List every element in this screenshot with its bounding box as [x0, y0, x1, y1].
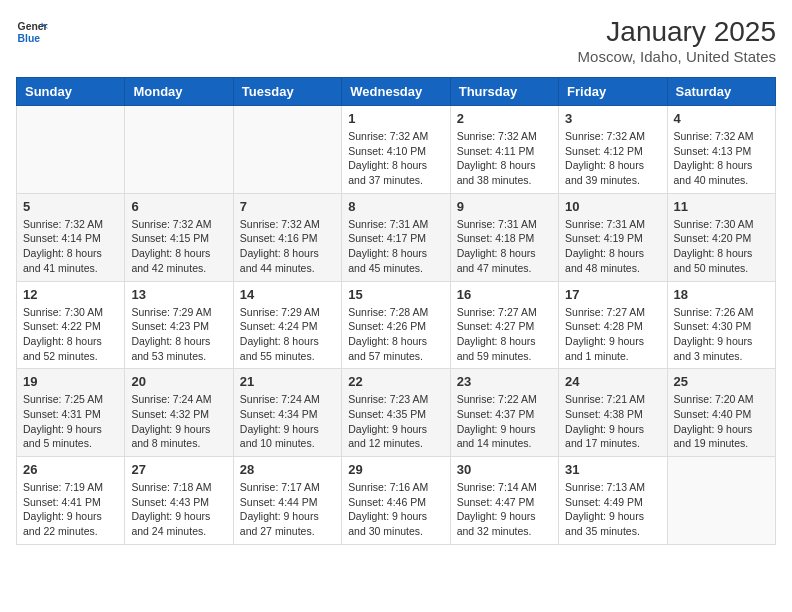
day-info: Sunrise: 7:32 AM Sunset: 4:12 PM Dayligh…: [565, 129, 660, 188]
day-info: Sunrise: 7:29 AM Sunset: 4:24 PM Dayligh…: [240, 305, 335, 364]
calendar-cell: [233, 106, 341, 194]
day-of-week-header: Wednesday: [342, 78, 450, 106]
day-info: Sunrise: 7:30 AM Sunset: 4:20 PM Dayligh…: [674, 217, 769, 276]
day-info: Sunrise: 7:28 AM Sunset: 4:26 PM Dayligh…: [348, 305, 443, 364]
day-number: 3: [565, 111, 660, 126]
day-info: Sunrise: 7:32 AM Sunset: 4:10 PM Dayligh…: [348, 129, 443, 188]
calendar-cell: 24Sunrise: 7:21 AM Sunset: 4:38 PM Dayli…: [559, 369, 667, 457]
day-number: 28: [240, 462, 335, 477]
calendar-cell: 4Sunrise: 7:32 AM Sunset: 4:13 PM Daylig…: [667, 106, 775, 194]
day-number: 20: [131, 374, 226, 389]
title-block: January 2025 Moscow, Idaho, United State…: [578, 16, 776, 65]
calendar-cell: 1Sunrise: 7:32 AM Sunset: 4:10 PM Daylig…: [342, 106, 450, 194]
day-number: 2: [457, 111, 552, 126]
calendar-cell: 23Sunrise: 7:22 AM Sunset: 4:37 PM Dayli…: [450, 369, 558, 457]
day-info: Sunrise: 7:30 AM Sunset: 4:22 PM Dayligh…: [23, 305, 118, 364]
day-of-week-header: Thursday: [450, 78, 558, 106]
day-number: 17: [565, 287, 660, 302]
day-number: 11: [674, 199, 769, 214]
calendar-cell: [17, 106, 125, 194]
day-info: Sunrise: 7:19 AM Sunset: 4:41 PM Dayligh…: [23, 480, 118, 539]
svg-text:Blue: Blue: [18, 33, 41, 44]
calendar-cell: 19Sunrise: 7:25 AM Sunset: 4:31 PM Dayli…: [17, 369, 125, 457]
calendar-cell: 2Sunrise: 7:32 AM Sunset: 4:11 PM Daylig…: [450, 106, 558, 194]
calendar-cell: [667, 457, 775, 545]
day-of-week-header: Friday: [559, 78, 667, 106]
calendar-cell: 6Sunrise: 7:32 AM Sunset: 4:15 PM Daylig…: [125, 193, 233, 281]
calendar-cell: 21Sunrise: 7:24 AM Sunset: 4:34 PM Dayli…: [233, 369, 341, 457]
day-info: Sunrise: 7:21 AM Sunset: 4:38 PM Dayligh…: [565, 392, 660, 451]
calendar-cell: 20Sunrise: 7:24 AM Sunset: 4:32 PM Dayli…: [125, 369, 233, 457]
calendar-title: January 2025: [578, 16, 776, 48]
day-info: Sunrise: 7:25 AM Sunset: 4:31 PM Dayligh…: [23, 392, 118, 451]
day-number: 29: [348, 462, 443, 477]
calendar-cell: 8Sunrise: 7:31 AM Sunset: 4:17 PM Daylig…: [342, 193, 450, 281]
calendar-cell: 31Sunrise: 7:13 AM Sunset: 4:49 PM Dayli…: [559, 457, 667, 545]
calendar-cell: 28Sunrise: 7:17 AM Sunset: 4:44 PM Dayli…: [233, 457, 341, 545]
day-info: Sunrise: 7:32 AM Sunset: 4:14 PM Dayligh…: [23, 217, 118, 276]
calendar-cell: [125, 106, 233, 194]
logo: General Blue: [16, 16, 48, 48]
day-number: 1: [348, 111, 443, 126]
day-info: Sunrise: 7:27 AM Sunset: 4:27 PM Dayligh…: [457, 305, 552, 364]
day-of-week-header: Tuesday: [233, 78, 341, 106]
calendar-cell: 15Sunrise: 7:28 AM Sunset: 4:26 PM Dayli…: [342, 281, 450, 369]
day-of-week-header: Monday: [125, 78, 233, 106]
day-number: 13: [131, 287, 226, 302]
calendar-cell: 30Sunrise: 7:14 AM Sunset: 4:47 PM Dayli…: [450, 457, 558, 545]
day-number: 9: [457, 199, 552, 214]
day-of-week-header: Saturday: [667, 78, 775, 106]
day-info: Sunrise: 7:27 AM Sunset: 4:28 PM Dayligh…: [565, 305, 660, 364]
day-info: Sunrise: 7:16 AM Sunset: 4:46 PM Dayligh…: [348, 480, 443, 539]
calendar-cell: 27Sunrise: 7:18 AM Sunset: 4:43 PM Dayli…: [125, 457, 233, 545]
day-number: 7: [240, 199, 335, 214]
day-info: Sunrise: 7:32 AM Sunset: 4:13 PM Dayligh…: [674, 129, 769, 188]
day-number: 5: [23, 199, 118, 214]
page-header: General Blue January 2025 Moscow, Idaho,…: [16, 16, 776, 65]
day-number: 18: [674, 287, 769, 302]
calendar-cell: 14Sunrise: 7:29 AM Sunset: 4:24 PM Dayli…: [233, 281, 341, 369]
day-info: Sunrise: 7:14 AM Sunset: 4:47 PM Dayligh…: [457, 480, 552, 539]
calendar-week-row: 5Sunrise: 7:32 AM Sunset: 4:14 PM Daylig…: [17, 193, 776, 281]
day-info: Sunrise: 7:22 AM Sunset: 4:37 PM Dayligh…: [457, 392, 552, 451]
day-number: 25: [674, 374, 769, 389]
day-number: 10: [565, 199, 660, 214]
calendar-table: SundayMondayTuesdayWednesdayThursdayFrid…: [16, 77, 776, 545]
day-info: Sunrise: 7:32 AM Sunset: 4:16 PM Dayligh…: [240, 217, 335, 276]
day-number: 15: [348, 287, 443, 302]
day-info: Sunrise: 7:24 AM Sunset: 4:32 PM Dayligh…: [131, 392, 226, 451]
day-number: 16: [457, 287, 552, 302]
calendar-cell: 22Sunrise: 7:23 AM Sunset: 4:35 PM Dayli…: [342, 369, 450, 457]
day-info: Sunrise: 7:31 AM Sunset: 4:19 PM Dayligh…: [565, 217, 660, 276]
day-number: 31: [565, 462, 660, 477]
calendar-week-row: 12Sunrise: 7:30 AM Sunset: 4:22 PM Dayli…: [17, 281, 776, 369]
day-number: 21: [240, 374, 335, 389]
calendar-cell: 29Sunrise: 7:16 AM Sunset: 4:46 PM Dayli…: [342, 457, 450, 545]
day-of-week-header: Sunday: [17, 78, 125, 106]
day-info: Sunrise: 7:23 AM Sunset: 4:35 PM Dayligh…: [348, 392, 443, 451]
calendar-cell: 18Sunrise: 7:26 AM Sunset: 4:30 PM Dayli…: [667, 281, 775, 369]
calendar-week-row: 19Sunrise: 7:25 AM Sunset: 4:31 PM Dayli…: [17, 369, 776, 457]
day-number: 26: [23, 462, 118, 477]
calendar-cell: 26Sunrise: 7:19 AM Sunset: 4:41 PM Dayli…: [17, 457, 125, 545]
day-info: Sunrise: 7:32 AM Sunset: 4:11 PM Dayligh…: [457, 129, 552, 188]
day-info: Sunrise: 7:26 AM Sunset: 4:30 PM Dayligh…: [674, 305, 769, 364]
day-info: Sunrise: 7:32 AM Sunset: 4:15 PM Dayligh…: [131, 217, 226, 276]
calendar-cell: 12Sunrise: 7:30 AM Sunset: 4:22 PM Dayli…: [17, 281, 125, 369]
calendar-cell: 7Sunrise: 7:32 AM Sunset: 4:16 PM Daylig…: [233, 193, 341, 281]
day-info: Sunrise: 7:20 AM Sunset: 4:40 PM Dayligh…: [674, 392, 769, 451]
calendar-cell: 25Sunrise: 7:20 AM Sunset: 4:40 PM Dayli…: [667, 369, 775, 457]
calendar-cell: 3Sunrise: 7:32 AM Sunset: 4:12 PM Daylig…: [559, 106, 667, 194]
calendar-subtitle: Moscow, Idaho, United States: [578, 48, 776, 65]
calendar-header-row: SundayMondayTuesdayWednesdayThursdayFrid…: [17, 78, 776, 106]
day-number: 19: [23, 374, 118, 389]
calendar-cell: 13Sunrise: 7:29 AM Sunset: 4:23 PM Dayli…: [125, 281, 233, 369]
logo-icon: General Blue: [16, 16, 48, 48]
calendar-cell: 9Sunrise: 7:31 AM Sunset: 4:18 PM Daylig…: [450, 193, 558, 281]
day-number: 22: [348, 374, 443, 389]
calendar-cell: 17Sunrise: 7:27 AM Sunset: 4:28 PM Dayli…: [559, 281, 667, 369]
day-info: Sunrise: 7:13 AM Sunset: 4:49 PM Dayligh…: [565, 480, 660, 539]
day-info: Sunrise: 7:31 AM Sunset: 4:17 PM Dayligh…: [348, 217, 443, 276]
day-number: 23: [457, 374, 552, 389]
svg-text:General: General: [18, 21, 48, 32]
